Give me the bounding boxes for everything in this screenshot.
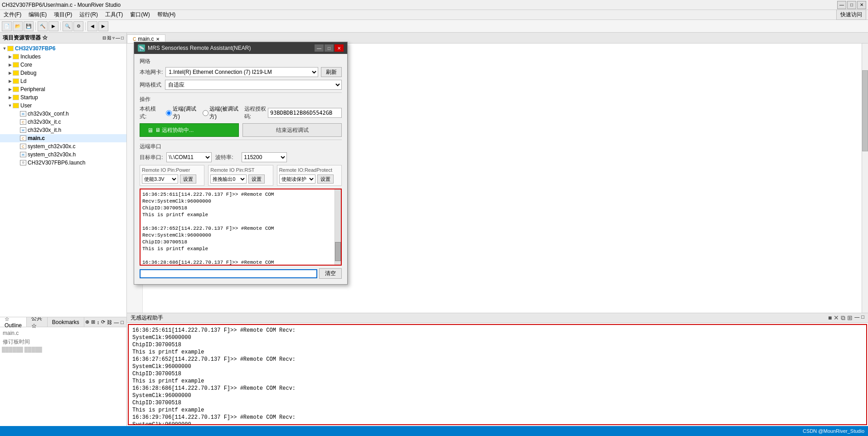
root-expand-icon[interactable]: ▼ <box>2 46 7 51</box>
panel-icon-collapse[interactable]: ⊟ <box>102 35 106 40</box>
io-rst-btn[interactable]: 设置 <box>248 174 265 184</box>
near-mode-label[interactable]: 近端(调试方) <box>166 105 199 121</box>
outline-icon4[interactable]: ⟳ <box>101 319 105 325</box>
tab-bookmarks[interactable]: Bookmarks <box>48 317 84 327</box>
tree-includes[interactable]: ▶ Includes <box>0 53 126 61</box>
end-remote-button[interactable]: 结束远程调试 <box>242 123 342 137</box>
toolbar-debug[interactable]: ▶ <box>48 21 58 31</box>
panel-icon-menu[interactable]: ▿ <box>112 35 115 40</box>
tree-debug[interactable]: ▶ Debug <box>0 69 126 77</box>
toolbar-build[interactable]: 🔨 <box>38 21 48 31</box>
menu-file[interactable]: 文件(F) <box>2 11 23 19</box>
menu-edit[interactable]: 编辑(E) <box>27 11 48 19</box>
panel-icon-max[interactable]: □ <box>121 35 124 40</box>
outline-icon3[interactable]: ↕ <box>97 320 100 325</box>
dialog-body: 网络 本地网卡: 1.Intel(R) Ethernet Connection … <box>134 54 347 284</box>
network-mode-select[interactable]: 自适应 <box>165 80 342 90</box>
far-mode-label[interactable]: 远端(被调试方) <box>203 105 241 121</box>
menu-help[interactable]: 帮助(H) <box>155 11 178 19</box>
tree-ld[interactable]: ▶ Ld <box>0 77 126 85</box>
minimize-button[interactable]: — <box>837 1 846 9</box>
outline-icon1[interactable]: ⊕ <box>85 319 89 325</box>
console-close-icon[interactable]: □ <box>861 314 864 322</box>
tab-public[interactable]: 公共 ☆ <box>27 317 48 327</box>
toolbar-back[interactable]: ◀ <box>87 21 97 31</box>
toolbar-forward[interactable]: ▶ <box>98 21 108 31</box>
user-expand-icon[interactable]: ▼ <box>7 103 13 108</box>
vscrollbar-thumb[interactable] <box>862 70 868 151</box>
baud-rate-select[interactable]: 115200 <box>242 152 287 162</box>
tab-close-icon[interactable]: ✕ <box>156 37 160 42</box>
toolbar-settings[interactable]: ⚙ <box>73 21 83 31</box>
close-window-button[interactable]: ✕ <box>857 1 866 9</box>
panel-icon-min[interactable]: — <box>116 35 120 40</box>
menu-tools[interactable]: 工具(T) <box>103 11 125 19</box>
console-stop-icon[interactable]: ■ <box>828 314 832 322</box>
io-power-btn[interactable]: 设置 <box>180 174 196 184</box>
console-expand-icon[interactable]: ⊞ <box>847 314 853 322</box>
tab-outline[interactable]: ☆ Outline <box>0 317 27 327</box>
tree-root[interactable]: ▼ CH32V307FBP6 <box>0 44 126 53</box>
tree-launch[interactable]: ⚙ CH32V307FBP6.launch <box>0 159 126 167</box>
io-rst-select[interactable]: 推挽输出0 <box>210 174 247 184</box>
dialog-log[interactable]: 16:36:25:611[114.222.70.137 F]>> #Remote… <box>140 189 342 266</box>
outline-icon2[interactable]: ⊞ <box>91 319 95 325</box>
refresh-button[interactable]: 刷新 <box>321 67 342 77</box>
quick-access-button[interactable]: 快速访问 <box>836 10 866 20</box>
tree-core[interactable]: ▶ Core <box>0 61 126 69</box>
tree-conf-h[interactable]: H ch32v30x_conf.h <box>0 110 126 118</box>
tree-it-c[interactable]: C ch32v30x_it.c <box>0 118 126 126</box>
tree-it-h[interactable]: H ch32v30x_it.h <box>0 126 126 134</box>
auth-input[interactable] <box>268 108 342 118</box>
far-mode-radio[interactable] <box>203 110 209 116</box>
tree-system-c[interactable]: C system_ch32v30x.c <box>0 142 126 150</box>
console-copy-icon[interactable]: ⧉ <box>841 314 845 322</box>
includes-expand-icon[interactable]: ▶ <box>7 54 13 59</box>
dialog-maximize-btn[interactable]: □ <box>325 44 334 52</box>
menu-window[interactable]: 窗口(W) <box>128 11 151 19</box>
menu-project[interactable]: 项目(P) <box>52 11 74 19</box>
io-read-select[interactable]: 使能读保护 <box>279 174 315 184</box>
toolbar-search[interactable]: 🔍 <box>63 21 73 31</box>
log-scrollbar[interactable] <box>335 189 341 265</box>
tree-system-h[interactable]: H system_ch32v30x.h <box>0 150 126 159</box>
log-scrollbar-thumb[interactable] <box>335 242 341 261</box>
toolbar-new[interactable]: 📄 <box>2 21 12 31</box>
console-x-icon[interactable]: ✕ <box>834 314 839 322</box>
io-power-select[interactable]: 使能3.3V <box>142 174 178 184</box>
near-mode-radio[interactable] <box>166 110 172 116</box>
outline-icon7[interactable]: □ <box>121 320 124 325</box>
io-read-btn[interactable]: 设置 <box>317 174 334 184</box>
core-expand-icon[interactable]: ▶ <box>7 62 13 68</box>
peripheral-expand-icon[interactable]: ▶ <box>7 87 13 92</box>
menu-run[interactable]: 运行(R) <box>78 11 100 19</box>
target-serial-select[interactable]: \\.\COM11 <box>166 152 212 162</box>
core-folder-icon <box>13 62 19 68</box>
panel-icon-link[interactable]: ⛓ <box>107 35 112 40</box>
console-pin-icon[interactable]: — <box>854 314 859 322</box>
tree-main-c[interactable]: C main.c <box>0 134 126 142</box>
local-nic-select[interactable]: 1.Intel(R) Ethernet Connection (7) I219-… <box>165 67 318 77</box>
toolbar-sep1 <box>35 22 36 30</box>
ld-expand-icon[interactable]: ▶ <box>7 78 13 84</box>
remote-assist-button[interactable]: 🖥 🖥 远程协助中... <box>140 123 239 137</box>
clear-button[interactable]: 清空 <box>319 268 342 279</box>
outline-icon5[interactable]: ⛓ <box>107 320 112 325</box>
toolbar-save[interactable]: 💾 <box>24 21 34 31</box>
debug-expand-icon[interactable]: ▶ <box>7 70 13 76</box>
startup-expand-icon[interactable]: ▶ <box>7 95 13 100</box>
maximize-button[interactable]: □ <box>847 1 856 9</box>
network-mode-label: 网络模式 <box>140 81 162 89</box>
dialog-minimize-btn[interactable]: — <box>315 44 324 52</box>
dialog-close-btn[interactable]: ✕ <box>335 44 344 52</box>
operation-section-title: 操作 <box>140 96 342 103</box>
outline-icon6[interactable]: — <box>114 320 119 325</box>
tree-startup[interactable]: ▶ Startup <box>0 93 126 102</box>
log-input-field[interactable] <box>140 269 317 278</box>
editor-vscrollbar[interactable] <box>862 44 868 313</box>
toolbar-open[interactable]: 📂 <box>13 21 23 31</box>
console-content[interactable]: 16:36:25:611[114.222.70.137 F]>> #Remote… <box>128 324 867 425</box>
tree-peripheral[interactable]: ▶ Peripheral <box>0 85 126 93</box>
tree-user[interactable]: ▼ User <box>0 102 126 110</box>
mode-radio-group: 近端(调试方) 远端(被调试方) <box>166 105 241 121</box>
